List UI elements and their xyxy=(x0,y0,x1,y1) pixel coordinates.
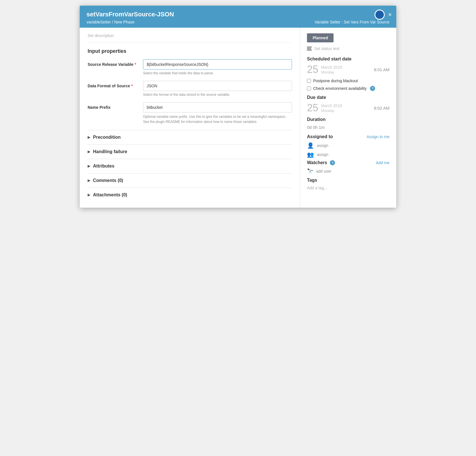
source-release-variable-label: Source Release Variable * xyxy=(88,59,139,67)
name-prefix-field: Optional variable name prefix. Use this … xyxy=(143,102,292,124)
precondition-header: ▶ Precondition xyxy=(88,135,292,140)
set-status-text: Set status text xyxy=(314,46,339,51)
watchers-title-group: Watchers ? xyxy=(307,160,335,165)
source-release-variable-hint: Select the variable that holds the data … xyxy=(143,71,292,75)
source-release-variable-input[interactable] xyxy=(143,59,292,70)
attributes-section[interactable]: ▶ Attributes xyxy=(88,159,292,173)
people-icon: 👥 xyxy=(307,151,314,158)
comments-label: Comments (0) xyxy=(93,178,123,183)
watchers-header: Watchers ? Add me xyxy=(307,160,390,165)
set-description: Set description xyxy=(88,33,292,43)
attachments-section[interactable]: ▶ Attachments (0) xyxy=(88,188,292,202)
close-button[interactable]: × xyxy=(388,12,392,18)
due-day-name: Monday xyxy=(321,108,342,113)
check-env-checkbox[interactable] xyxy=(307,86,311,90)
chevron-right-icon-2: ▶ xyxy=(88,150,90,154)
duration-title: Duration xyxy=(307,117,390,122)
source-release-variable-row: Source Release Variable * Select the var… xyxy=(88,59,292,75)
add-me-link[interactable]: Add me xyxy=(376,160,390,165)
breadcrumb: variableSetter / New Phase xyxy=(86,20,135,24)
handling-failure-label: Handling failure xyxy=(93,149,127,154)
comments-header: ▶ Comments (0) xyxy=(88,178,292,183)
add-tag-label[interactable]: Add a tag... xyxy=(307,186,390,190)
scheduled-date-display: 25 March 2019 Monday 8:01 AM xyxy=(307,64,390,75)
help-icon[interactable]: ? xyxy=(370,86,375,91)
assignee1-label: assign xyxy=(317,143,328,148)
avatar-button[interactable] xyxy=(375,10,385,20)
name-prefix-label: Name Prefix xyxy=(88,102,139,110)
modal-body: Set description Input properties Source … xyxy=(80,28,396,208)
assignee2-label: assign xyxy=(317,152,328,157)
due-details: March 2019 Monday xyxy=(321,103,342,113)
due-date-display: 25 March 2019 Monday 8:02 AM xyxy=(307,103,390,113)
modal-title: setVarsFromVarSource-JSON xyxy=(86,11,390,18)
tags-title: Tags xyxy=(307,178,390,183)
chevron-right-icon: ▶ xyxy=(88,135,90,139)
due-date-title: Due date xyxy=(307,95,390,100)
source-release-variable-field: Select the variable that holds the data … xyxy=(143,59,292,75)
watcher-row: 🔭 add user xyxy=(307,168,390,174)
data-format-field: Select the format of the data stored in … xyxy=(143,81,292,97)
modal-container: setVarsFromVarSource-JSON variableSetter… xyxy=(80,6,396,208)
data-format-input[interactable] xyxy=(143,81,292,91)
watchers-title: Watchers xyxy=(307,160,327,165)
check-env-label: Check environment availability xyxy=(313,86,367,91)
flag-icon xyxy=(307,46,312,51)
comments-section[interactable]: ▶ Comments (0) xyxy=(88,173,292,188)
add-user-label: add user xyxy=(316,169,331,173)
handling-failure-header: ▶ Handling failure xyxy=(88,149,292,154)
scheduled-details: March 2019 Monday xyxy=(321,65,342,74)
name-prefix-input[interactable] xyxy=(143,102,292,112)
postpone-label: Postpone during blackout xyxy=(313,79,358,83)
handling-failure-section[interactable]: ▶ Handling failure xyxy=(88,144,292,159)
attributes-header: ▶ Attributes xyxy=(88,164,292,169)
scheduled-day-name: Monday xyxy=(321,70,342,74)
required-star: * xyxy=(135,62,136,67)
scheduled-time: 8:01 AM xyxy=(374,67,390,72)
postpone-row: Postpone during blackout xyxy=(307,79,390,83)
modal-header: setVarsFromVarSource-JSON variableSetter… xyxy=(80,6,396,28)
assigned-to-header: Assigned to Assign to me xyxy=(307,134,390,139)
data-format-hint: Select the format of the data stored in … xyxy=(143,93,292,97)
precondition-section[interactable]: ▶ Precondition xyxy=(88,130,292,144)
chevron-right-icon-3: ▶ xyxy=(88,164,90,168)
input-properties-title: Input properties xyxy=(88,48,292,54)
duration-value: 0d 0h 1m xyxy=(307,125,390,130)
name-prefix-hint: Optional variable name prefix. Use this … xyxy=(143,114,292,124)
assignee2-row: 👥 assign xyxy=(307,151,390,158)
modal-subtitle: variableSetter / New Phase Variable Sett… xyxy=(86,20,390,24)
assign-to-me-link[interactable]: Assign to me xyxy=(367,134,390,139)
attributes-label: Attributes xyxy=(93,164,114,169)
scheduled-day: 25 xyxy=(307,64,318,75)
due-day: 25 xyxy=(307,103,318,113)
assignee1-row: 👤 assign xyxy=(307,142,390,149)
status-text-row: Set status text xyxy=(307,46,390,51)
data-format-row: Data Format of Source * Select the forma… xyxy=(88,81,292,97)
precondition-label: Precondition xyxy=(93,135,121,140)
scheduled-start-date-title: Scheduled start date xyxy=(307,57,390,62)
left-panel: Set description Input properties Source … xyxy=(80,28,300,208)
person-icon-1: 👤 xyxy=(307,142,314,149)
binoculars-icon: 🔭 xyxy=(307,168,313,174)
tags-section: Tags Add a tag... xyxy=(307,178,390,190)
chevron-right-icon-4: ▶ xyxy=(88,179,90,183)
header-controls: × xyxy=(375,10,392,20)
attachments-label: Attachments (0) xyxy=(93,192,127,197)
chevron-right-icon-5: ▶ xyxy=(88,193,90,197)
breadcrumb-right: Variable Setter : Set Vars From Var Sour… xyxy=(315,20,390,24)
watchers-help-icon[interactable]: ? xyxy=(330,160,335,165)
due-time: 8:02 AM xyxy=(374,106,390,110)
right-panel: Planned Set status text Scheduled start … xyxy=(300,28,396,208)
attachments-header: ▶ Attachments (0) xyxy=(88,192,292,197)
name-prefix-row: Name Prefix Optional variable name prefi… xyxy=(88,102,292,124)
planned-button[interactable]: Planned xyxy=(307,33,334,42)
required-star-2: * xyxy=(131,84,133,88)
due-month-year: March 2019 xyxy=(321,103,342,108)
assigned-to-title: Assigned to xyxy=(307,134,333,139)
postpone-checkbox[interactable] xyxy=(307,79,311,83)
scheduled-month-year: March 2019 xyxy=(321,65,342,70)
data-format-label: Data Format of Source * xyxy=(88,81,139,88)
check-env-row: Check environment availability ? xyxy=(307,86,390,91)
